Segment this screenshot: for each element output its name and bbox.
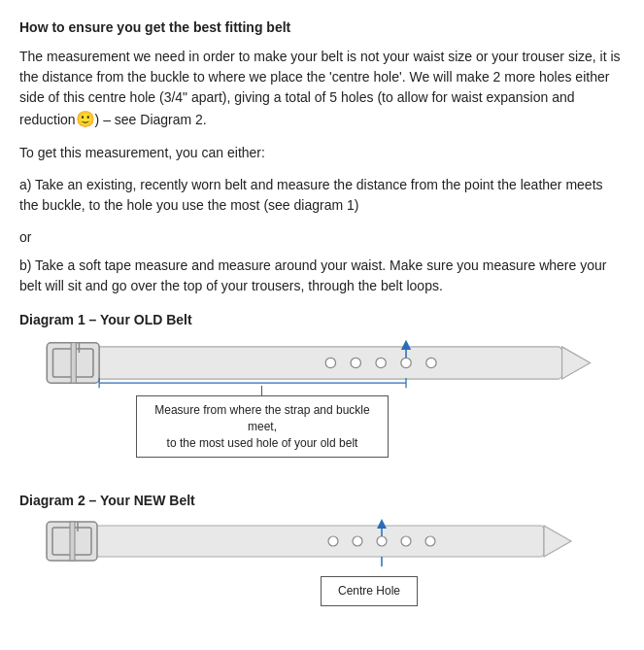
svg-marker-25 [377,519,387,529]
diagram1-svg [39,335,602,393]
svg-marker-10 [401,340,411,350]
diagram2-callout: Centre Hole [321,576,418,606]
svg-marker-17 [544,526,571,557]
diagram1-container: Measure from where the strap and buckle … [39,335,602,462]
svg-point-9 [401,358,411,367]
diagram2-container: Centre Hole [39,516,602,633]
diagram2-svg [39,516,583,569]
option-b-text: b) Take a soft tape measure and measure … [19,256,625,296]
svg-rect-16 [87,526,544,557]
svg-marker-1 [562,347,591,379]
svg-point-23 [353,536,362,546]
svg-point-7 [351,358,360,367]
svg-point-28 [401,536,411,546]
or-text: or [19,227,625,248]
option-a-text: a) Take an existing, recently worn belt … [19,175,625,216]
diagram2-label: Diagram 2 – Your NEW Belt [19,493,625,508]
callout-line-1 [261,386,262,395]
svg-point-6 [325,358,335,367]
intro-paragraph: The measurement we need in order to make… [19,47,625,131]
svg-rect-20 [70,522,75,561]
smiley-icon: 🙂 [76,108,95,131]
diagram1-label: Diagram 1 – Your OLD Belt [19,312,625,327]
svg-point-22 [328,536,338,546]
svg-point-11 [426,358,436,367]
svg-rect-4 [71,343,76,383]
svg-point-29 [425,536,435,546]
page-title: How to ensure you get the best fitting b… [19,19,625,35]
svg-point-24 [377,536,387,546]
diagram1-callout: Measure from where the strap and buckle … [136,395,389,458]
svg-point-8 [376,358,386,367]
measurement-intro: To get this measurement, you can either: [19,143,625,163]
